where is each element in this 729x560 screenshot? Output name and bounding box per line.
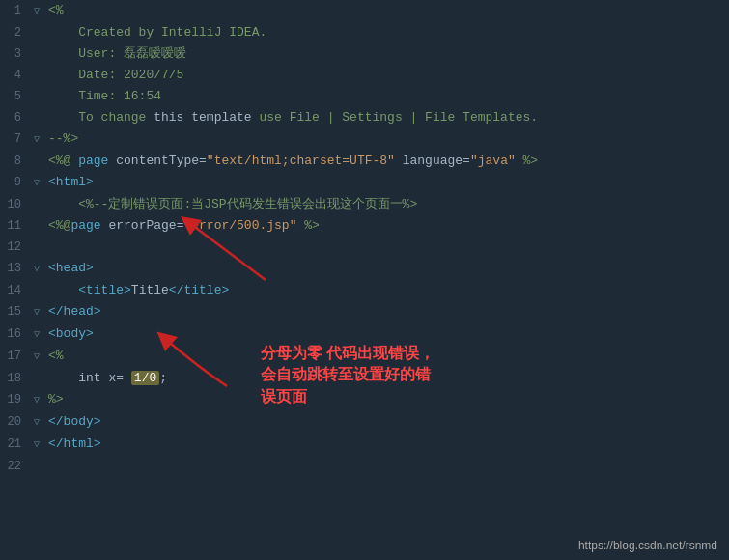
line-number-15: 15 <box>0 301 29 322</box>
line-6: 6 To change this template use File | Set… <box>0 107 729 128</box>
line-content-9: <html> <box>44 172 729 193</box>
line-2: 2 Created by IntelliJ IDEA. <box>0 22 729 43</box>
line-number-6: 6 <box>0 107 29 128</box>
line-number-3: 3 <box>0 43 29 65</box>
line-number-12: 12 <box>0 237 29 258</box>
line-content-6: To change this template use File | Setti… <box>44 107 729 128</box>
line-number-2: 2 <box>0 22 29 43</box>
line-content-10: <%--定制错误页面:当JSP代码发生错误会出现这个页面一%> <box>44 194 729 215</box>
line-content-14: <title>Title</title> <box>44 280 729 301</box>
annotation-text: 分母为零 代码出现错误， 会自动跳转至设置好的错 误页面 <box>261 343 550 407</box>
line-21: 21 ▽ </html> <box>0 434 729 456</box>
line-13: 13 ▽ <head> <box>0 258 729 280</box>
line-7: 7 ▽ --%> <box>0 128 729 151</box>
fold-icon-21[interactable]: ▽ <box>29 434 44 456</box>
line-content-5: Time: 16:54 <box>44 86 729 107</box>
line-number-5: 5 <box>0 86 29 107</box>
line-content-4: Date: 2020/7/5 <box>44 65 729 86</box>
line-content-2: Created by IntelliJ IDEA. <box>44 22 729 43</box>
line-content-16: <body> <box>44 323 729 345</box>
fold-icon-1[interactable]: ▽ <box>29 1 44 22</box>
fold-icon-7[interactable]: ▽ <box>29 129 44 151</box>
line-8: 8 <%@ page contentType="text/html;charse… <box>0 151 729 172</box>
url-text: https://blog.csdn.net/rsnmd <box>578 539 717 552</box>
line-number-22: 22 <box>0 456 29 477</box>
fold-icon-15[interactable]: ▽ <box>29 302 44 323</box>
line-12: 12 <box>0 237 729 258</box>
line-content-3: User: 磊磊嗳嗳嗳 <box>44 43 729 65</box>
line-4: 4 Date: 2020/7/5 <box>0 65 729 86</box>
line-content-11: <%@page errorPage="error/500.jsp" %> <box>44 215 729 237</box>
fold-icon-17[interactable]: ▽ <box>29 347 44 368</box>
line-10: 10 <%--定制错误页面:当JSP代码发生错误会出现这个页面一%> <box>0 194 729 215</box>
line-22: 22 <box>0 456 729 477</box>
line-number-11: 11 <box>0 215 29 237</box>
line-content-21: </html> <box>44 434 729 455</box>
line-number-14: 14 <box>0 280 29 301</box>
annotation-line2: 会自动跳转至设置好的错 <box>261 366 431 382</box>
fold-icon-20[interactable]: ▽ <box>29 412 44 434</box>
line-14: 14 <title>Title</title> <box>0 280 729 301</box>
fold-icon-16[interactable]: ▽ <box>29 324 44 346</box>
line-number-20: 20 <box>0 411 29 433</box>
annotation-line1: 分母为零 代码出现错误， <box>261 345 435 361</box>
line-number-19: 19 <box>0 389 29 410</box>
line-number-16: 16 <box>0 323 29 345</box>
line-11: 11 <%@page errorPage="error/500.jsp" %> <box>0 215 729 237</box>
line-number-8: 8 <box>0 151 29 172</box>
line-5: 5 Time: 16:54 <box>0 86 729 107</box>
line-content-8: <%@ page contentType="text/html;charset=… <box>44 151 729 172</box>
fold-icon-19[interactable]: ▽ <box>29 390 44 411</box>
line-number-1: 1 <box>0 0 29 21</box>
line-number-9: 9 <box>0 172 29 193</box>
line-number-18: 18 <box>0 368 29 389</box>
line-number-4: 4 <box>0 65 29 86</box>
line-number-10: 10 <box>0 194 29 215</box>
line-content-15: </head> <box>44 301 729 322</box>
annotation-line3: 误页面 <box>261 388 307 405</box>
line-15: 15 ▽ </head> <box>0 301 729 323</box>
line-content-13: <head> <box>44 258 729 279</box>
line-content-1: <% <box>44 0 729 21</box>
line-20: 20 ▽ </body> <box>0 411 729 434</box>
fold-icon-9[interactable]: ▽ <box>29 173 44 194</box>
fold-icon-13[interactable]: ▽ <box>29 259 44 280</box>
line-1: 1 ▽ <% <box>0 0 729 22</box>
line-content-7: --%> <box>44 128 729 150</box>
line-number-17: 17 <box>0 346 29 367</box>
line-number-7: 7 <box>0 128 29 150</box>
line-3: 3 User: 磊磊嗳嗳嗳 <box>0 43 729 65</box>
line-content-20: </body> <box>44 411 729 433</box>
line-number-13: 13 <box>0 258 29 279</box>
code-editor: 1 ▽ <% 2 Created by IntelliJ IDEA. 3 Use… <box>0 0 729 560</box>
line-9: 9 ▽ <html> <box>0 172 729 194</box>
line-number-21: 21 <box>0 434 29 455</box>
